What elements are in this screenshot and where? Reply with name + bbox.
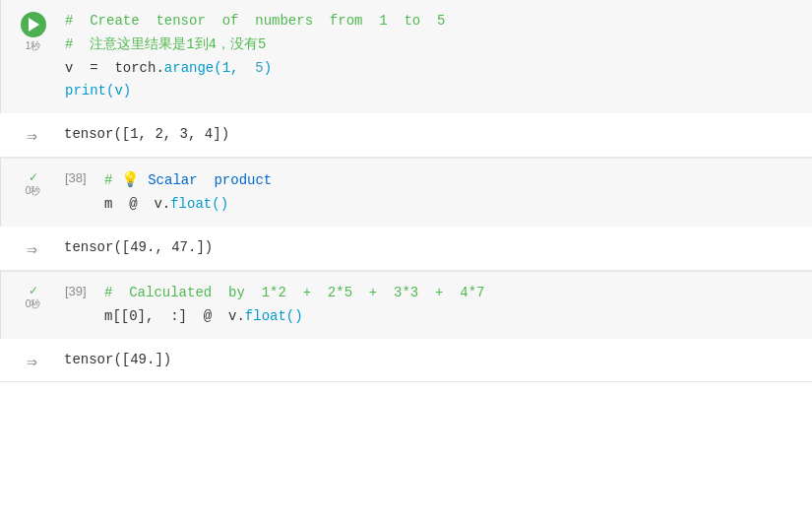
cell-1-input: 1秒 # Create tensor of numbers from 1 to … [0,0,812,113]
output-arrow-icon-2: ⇒ [27,238,37,260]
cell-1-output-text: tensor([1, 2, 3, 4]) [64,121,812,149]
cell-1-output: ⇒ tensor([1, 2, 3, 4]) [0,113,812,157]
check-icon-2: ✓ [29,170,38,184]
cell-3-input: ✓ 0秒 [39] # Calculated by 1*2 + 2*5 + 3*… [0,272,812,339]
cell-3-run-area: ✓ 0秒 [1,280,65,311]
cell-3-output: ⇒ tensor([49.]) [0,339,812,382]
cell-3-code: # Calculated by 1*2 + 2*5 + 3*3 + 4*7 m[… [104,280,812,331]
code-print-1: print(v) [65,83,131,99]
cell-3-time: 0秒 [26,297,41,311]
output-arrow-icon-1: ⇒ [27,125,37,147]
code-keyword-2: Scalar product [140,172,272,188]
cell-1-output-icon: ⇒ [0,121,64,147]
cell-2-run-area: ✓ 0秒 [1,166,65,198]
check-icon-3: ✓ [29,284,38,297]
cell-2: ✓ 0秒 [38] # 💡 Scalar product m @ v.float… [0,159,812,271]
cell-3-label: [39] [65,280,104,298]
code-comment-2a: # [104,172,112,188]
cell-2-output: ⇒ tensor([49., 47.]) [0,227,812,270]
cell-2-output-text: tensor([49., 47.]) [64,234,812,262]
output-arrow-icon-3: ⇒ [27,351,37,372]
cell-1-run-area: 1秒 [1,8,65,53]
cell-2-input: ✓ 0秒 [38] # 💡 Scalar product m @ v.float… [0,159,812,227]
code-comment-1: # Create tensor of numbers from 1 to 5 [65,13,445,29]
cell-2-label: [38] [65,166,104,185]
cell-2-output-icon: ⇒ [0,234,64,260]
lightbulb-icon: 💡 [121,172,140,189]
cell-1-time: 1秒 [26,39,41,53]
code-var-3: m[[0], :] @ v.float() [104,308,303,324]
cell-3: ✓ 0秒 [39] # Calculated by 1*2 + 2*5 + 3*… [0,272,812,382]
cell-2-code: # 💡 Scalar product m @ v.float() [104,166,812,219]
cell-1: 1秒 # Create tensor of numbers from 1 to … [0,0,812,158]
run-icon-1 [29,18,39,32]
code-var-v: v = torch.arange(1, 5) [65,60,272,76]
cell-2-time: 0秒 [26,184,41,198]
code-var-2: m @ v.float() [104,196,228,212]
cell-1-code: # Create tensor of numbers from 1 to 5 #… [65,8,812,105]
run-button-1[interactable] [21,12,46,37]
cell-3-output-icon: ⇒ [0,347,64,372]
code-comment-zh-1: # 注意这里结果是1到4，没有5 [65,36,266,52]
cell-3-output-text: tensor([49.]) [64,347,812,374]
code-comment-3: # Calculated by 1*2 + 2*5 + 3*3 + 4*7 [104,285,484,300]
